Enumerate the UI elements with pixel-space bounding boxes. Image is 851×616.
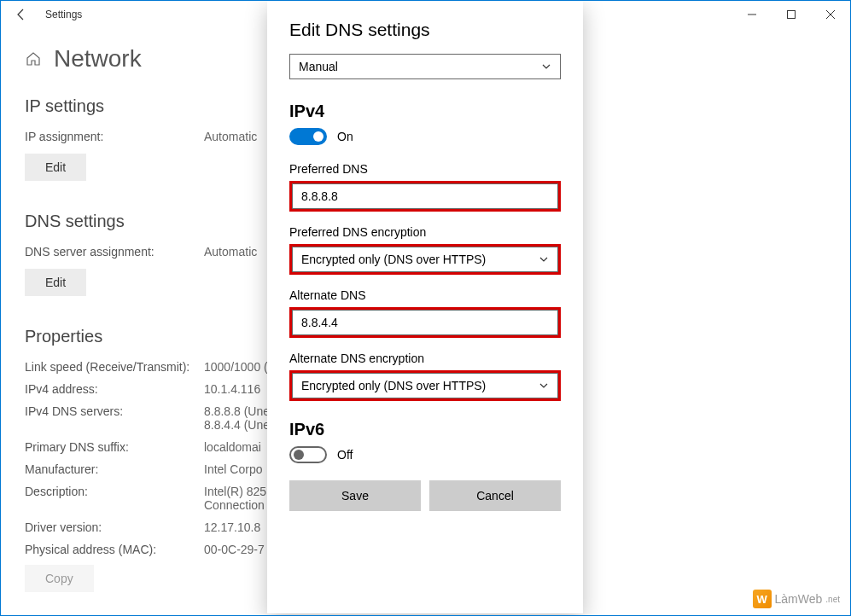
ipv4-toggle-label: On [337, 130, 353, 143]
ipv6-toggle-label: Off [337, 448, 353, 462]
property-value: Intel(R) 825 Connection [204, 485, 266, 512]
property-label: Primary DNS suffix: [25, 440, 204, 454]
ipv6-heading: IPv6 [289, 420, 561, 439]
window-controls [732, 1, 850, 28]
watermark-suffix: .net [825, 595, 840, 604]
save-button[interactable]: Save [289, 480, 421, 511]
cancel-button[interactable]: Cancel [429, 480, 561, 511]
preferred-enc-select[interactable]: Encrypted only (DNS over HTTPS) [292, 247, 558, 272]
dns-mode-value: Manual [299, 60, 338, 73]
minimize-button[interactable] [732, 1, 772, 28]
dns-mode-select[interactable]: Manual [289, 54, 561, 79]
close-button[interactable] [811, 1, 850, 28]
property-value: Intel Corpo [204, 462, 262, 476]
dns-assignment-label: DNS server assignment: [25, 245, 204, 259]
dns-assignment-value: Automatic [204, 245, 257, 259]
edit-dns-modal: Edit DNS settings Manual IPv4 On Preferr… [267, 1, 583, 613]
ipv4-toggle-row: On [289, 128, 561, 145]
modal-title: Edit DNS settings [289, 20, 561, 40]
property-label: Driver version: [25, 520, 204, 534]
dns-edit-button[interactable]: Edit [25, 269, 86, 296]
alternate-dns-label: Alternate DNS [289, 288, 561, 302]
chevron-down-icon [539, 254, 549, 264]
property-value: 12.17.10.8 [204, 520, 260, 534]
close-icon [826, 10, 835, 19]
property-value: 8.8.8.8 (Une 8.8.4.4 (Une [204, 404, 270, 432]
property-label: Link speed (Receive/Transmit): [25, 360, 204, 374]
preferred-dns-highlight [289, 181, 561, 212]
preferred-enc-label: Preferred DNS encryption [289, 225, 561, 239]
alternate-enc-label: Alternate DNS encryption [289, 352, 561, 365]
preferred-dns-input[interactable] [292, 183, 558, 209]
preferred-enc-value: Encrypted only (DNS over HTTPS) [301, 253, 486, 266]
ipv4-toggle[interactable] [289, 128, 327, 145]
ipv6-toggle[interactable] [289, 446, 327, 463]
property-label: IPv4 DNS servers: [25, 404, 204, 432]
modal-buttons: Save Cancel [289, 480, 561, 511]
watermark-text: LàmWeb [775, 592, 823, 606]
chevron-down-icon [539, 381, 549, 391]
watermark: W LàmWeb.net [753, 590, 840, 608]
home-icon [25, 50, 42, 67]
property-value: 1000/1000 ( [204, 360, 268, 374]
copy-button[interactable]: Copy [25, 565, 94, 592]
alternate-dns-input[interactable] [292, 310, 558, 335]
ipv6-toggle-row: Off [289, 446, 561, 463]
page-title: Network [54, 45, 142, 73]
alternate-dns-highlight [289, 307, 561, 338]
maximize-button[interactable] [772, 1, 811, 28]
arrow-left-icon [15, 8, 28, 21]
ipv4-heading: IPv4 [289, 102, 561, 121]
svg-rect-1 [788, 11, 796, 19]
ip-assignment-label: IP assignment: [25, 130, 204, 143]
ip-edit-button[interactable]: Edit [25, 154, 86, 181]
ip-assignment-value: Automatic [204, 130, 257, 143]
minimize-icon [748, 10, 756, 19]
property-label: IPv4 address: [25, 382, 204, 396]
preferred-dns-label: Preferred DNS [289, 162, 561, 176]
property-value: localdomai [204, 440, 261, 454]
property-value: 00-0C-29-7 [204, 543, 265, 556]
property-label: Manufacturer: [25, 462, 204, 476]
property-value: 10.1.4.116 [204, 382, 260, 396]
watermark-logo-icon: W [753, 590, 772, 608]
property-label: Physical address (MAC): [25, 543, 204, 556]
chevron-down-icon [541, 61, 551, 72]
alternate-enc-value: Encrypted only (DNS over HTTPS) [301, 379, 486, 392]
maximize-icon [787, 10, 796, 19]
property-label: Description: [25, 485, 204, 512]
window-title: Settings [45, 9, 82, 20]
preferred-enc-highlight: Encrypted only (DNS over HTTPS) [289, 244, 561, 275]
back-button[interactable] [8, 1, 35, 28]
alternate-enc-highlight: Encrypted only (DNS over HTTPS) [289, 370, 561, 401]
alternate-enc-select[interactable]: Encrypted only (DNS over HTTPS) [292, 373, 558, 398]
